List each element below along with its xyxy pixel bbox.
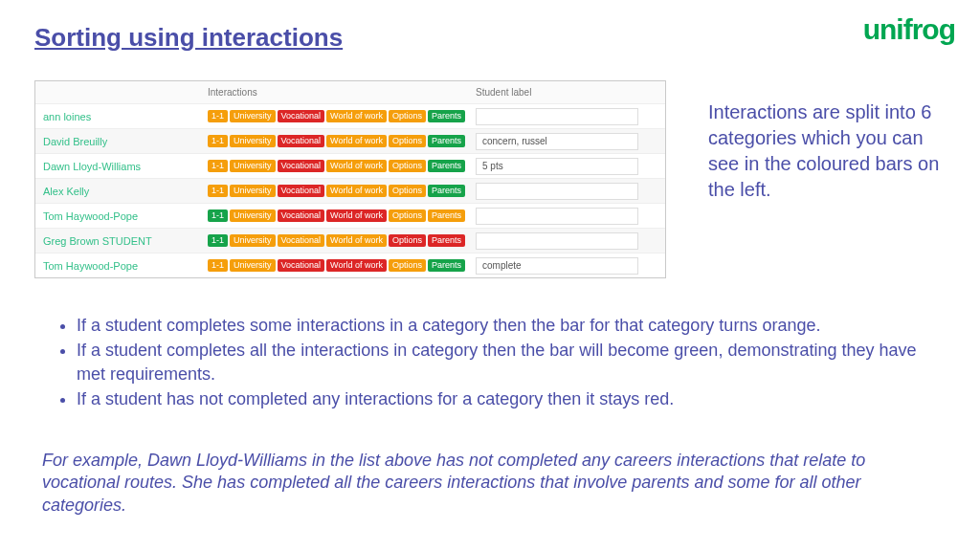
student-label-input[interactable]	[476, 257, 638, 275]
interaction-tag[interactable]: University	[230, 259, 276, 272]
interaction-tag[interactable]: World of work	[326, 185, 387, 197]
interaction-tag[interactable]: Options	[389, 259, 426, 272]
interaction-tag[interactable]: University	[230, 110, 276, 122]
interaction-tag[interactable]: Parents	[428, 135, 465, 147]
page-title: Sorting using interactions	[34, 23, 343, 53]
student-name[interactable]: Dawn Lloyd-Williams	[35, 161, 208, 172]
interaction-tag[interactable]: Options	[389, 160, 426, 172]
interaction-tags: 1-1UniversityVocationalWorld of workOpti…	[208, 110, 476, 122]
interaction-tag[interactable]: 1-1	[208, 110, 228, 122]
table-row: ann loines1-1UniversityVocationalWorld o…	[35, 103, 665, 128]
student-label-input[interactable]	[476, 158, 638, 175]
interaction-tag[interactable]: Options	[389, 234, 426, 247]
bullet-item: If a student has not completed any inter…	[77, 387, 934, 410]
student-label-input[interactable]	[476, 133, 638, 150]
student-name[interactable]: David Breuilly	[35, 136, 208, 147]
example-paragraph: For example, Dawn Lloyd-Williams in the …	[42, 450, 942, 517]
interaction-tag[interactable]: Parents	[428, 234, 465, 247]
interaction-tag[interactable]: World of work	[326, 110, 387, 122]
student-name[interactable]: ann loines	[35, 111, 208, 122]
interaction-tag[interactable]: 1-1	[208, 209, 228, 222]
student-label-input[interactable]	[476, 183, 638, 200]
interaction-tags: 1-1UniversityVocationalWorld of workOpti…	[208, 234, 476, 247]
interaction-tag[interactable]: World of work	[326, 160, 387, 172]
student-name[interactable]: Tom Haywood-Pope	[35, 260, 208, 272]
interaction-tag[interactable]: Vocational	[278, 110, 325, 122]
table-header: Interactions Student label	[35, 81, 665, 103]
interaction-tags: 1-1UniversityVocationalWorld of workOpti…	[208, 135, 476, 147]
interaction-tag[interactable]: World of work	[326, 259, 387, 272]
interaction-tag[interactable]: World of work	[326, 209, 387, 222]
bullet-list: If a student completes some interactions…	[54, 314, 934, 412]
interaction-tag[interactable]: Vocational	[278, 160, 325, 172]
interaction-tag[interactable]: Options	[389, 185, 426, 197]
interaction-tag[interactable]: Parents	[428, 110, 465, 122]
interaction-tag[interactable]: University	[230, 209, 276, 222]
table-row: Tom Haywood-Pope1-1UniversityVocationalW…	[35, 203, 665, 228]
interaction-tags: 1-1UniversityVocationalWorld of workOpti…	[208, 160, 476, 172]
interaction-tag[interactable]: 1-1	[208, 160, 228, 172]
interaction-tag[interactable]: World of work	[326, 135, 387, 147]
interaction-tags: 1-1UniversityVocationalWorld of workOpti…	[208, 185, 476, 197]
interaction-tag[interactable]: Vocational	[278, 259, 325, 272]
interaction-tags: 1-1UniversityVocationalWorld of workOpti…	[208, 209, 476, 222]
header-student-label: Student label	[476, 87, 648, 98]
students-table: Interactions Student label ann loines1-1…	[34, 80, 666, 278]
interaction-tag[interactable]: World of work	[326, 234, 387, 247]
student-name[interactable]: Tom Haywood-Pope	[35, 210, 208, 222]
unifrog-logo: unifrog	[863, 13, 955, 46]
student-name[interactable]: Greg Brown STUDENT	[35, 235, 208, 247]
interaction-tag[interactable]: Vocational	[278, 234, 325, 247]
interaction-tag[interactable]: 1-1	[208, 135, 228, 147]
student-label-input[interactable]	[476, 232, 638, 250]
interaction-tag[interactable]: University	[230, 234, 276, 247]
bullet-item: If a student completes some interactions…	[77, 314, 934, 337]
side-explanation: Interactions are split into 6 categories…	[708, 99, 957, 203]
interaction-tag[interactable]: 1-1	[208, 185, 228, 197]
table-row: Greg Brown STUDENT1-1UniversityVocationa…	[35, 228, 665, 253]
interaction-tag[interactable]: 1-1	[208, 259, 228, 272]
interaction-tag[interactable]: University	[230, 135, 276, 147]
student-name[interactable]: Alex Kelly	[35, 186, 208, 197]
interaction-tag[interactable]: Options	[389, 110, 426, 122]
interaction-tag[interactable]: Vocational	[278, 135, 325, 147]
interaction-tag[interactable]: Options	[389, 209, 426, 222]
interaction-tag[interactable]: Parents	[428, 160, 465, 172]
interaction-tags: 1-1UniversityVocationalWorld of workOpti…	[208, 259, 476, 272]
student-label-input[interactable]	[476, 208, 638, 225]
interaction-tag[interactable]: 1-1	[208, 234, 228, 247]
interaction-tag[interactable]: Options	[389, 135, 426, 147]
interaction-tag[interactable]: Vocational	[278, 185, 325, 197]
interaction-tag[interactable]: Parents	[428, 209, 465, 222]
interaction-tag[interactable]: Parents	[428, 185, 465, 197]
interaction-tag[interactable]: University	[230, 160, 276, 172]
interaction-tag[interactable]: Parents	[428, 259, 465, 272]
table-row: David Breuilly1-1UniversityVocationalWor…	[35, 128, 665, 153]
student-label-input[interactable]	[476, 108, 638, 125]
interaction-tag[interactable]: University	[230, 185, 276, 197]
interaction-tag[interactable]: Vocational	[278, 209, 325, 222]
table-row: Dawn Lloyd-Williams1-1UniversityVocation…	[35, 153, 665, 178]
table-row: Alex Kelly1-1UniversityVocationalWorld o…	[35, 178, 665, 203]
header-interactions: Interactions	[208, 87, 476, 98]
bullet-item: If a student completes all the interacti…	[77, 339, 934, 386]
table-row: Tom Haywood-Pope1-1UniversityVocationalW…	[35, 253, 665, 277]
